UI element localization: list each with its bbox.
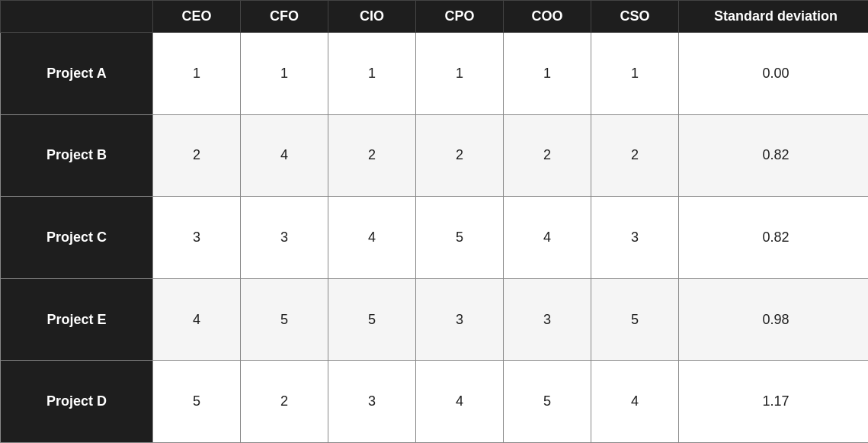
- cell-cpo: 3: [416, 278, 504, 361]
- cell-coo: 2: [504, 114, 591, 197]
- cell-cso: 5: [591, 278, 679, 361]
- row-label: Project D: [1, 361, 153, 443]
- cell-cso: 1: [591, 33, 679, 115]
- table-wrapper: CEO CFO CIO CPO COO CSO Standard deviati…: [0, 0, 868, 443]
- header-cio: CIO: [328, 1, 416, 33]
- cell-coo: 5: [504, 361, 591, 443]
- data-table: CEO CFO CIO CPO COO CSO Standard deviati…: [0, 0, 868, 443]
- cell-cso: 2: [591, 114, 679, 197]
- table-row: Project A1111110.00: [1, 33, 869, 115]
- cell-ceo: 2: [153, 114, 241, 197]
- row-label: Project A: [1, 33, 153, 115]
- cell-cpo: 4: [416, 361, 504, 443]
- cell-cio: 3: [328, 361, 416, 443]
- cell-ceo: 1: [153, 33, 241, 115]
- cell-cio: 4: [328, 197, 416, 279]
- header-cpo: CPO: [416, 1, 504, 33]
- cell-cpo: 1: [416, 33, 504, 115]
- cell-cfo: 3: [241, 197, 328, 279]
- row-label: Project E: [1, 278, 153, 361]
- cell-ceo: 3: [153, 197, 241, 279]
- cell-cio: 2: [328, 114, 416, 197]
- cell-stddev: 0.98: [679, 278, 869, 361]
- cell-cfo: 2: [241, 361, 328, 443]
- cell-coo: 1: [504, 33, 591, 115]
- header-cso: CSO: [591, 1, 679, 33]
- row-label: Project B: [1, 114, 153, 197]
- cell-coo: 3: [504, 278, 591, 361]
- cell-cso: 3: [591, 197, 679, 279]
- cell-stddev: 0.82: [679, 197, 869, 279]
- header-coo: COO: [504, 1, 591, 33]
- table-row: Project E4553350.98: [1, 278, 869, 361]
- table-row: Project B2422220.82: [1, 114, 869, 197]
- cell-ceo: 4: [153, 278, 241, 361]
- row-label: Project C: [1, 197, 153, 279]
- cell-cfo: 1: [241, 33, 328, 115]
- table-row: Project C3345430.82: [1, 197, 869, 279]
- cell-cso: 4: [591, 361, 679, 443]
- cell-cpo: 2: [416, 114, 504, 197]
- cell-cfo: 4: [241, 114, 328, 197]
- table-row: Project D5234541.17: [1, 361, 869, 443]
- cell-cio: 5: [328, 278, 416, 361]
- cell-coo: 4: [504, 197, 591, 279]
- header-cfo: CFO: [241, 1, 328, 33]
- header-row: CEO CFO CIO CPO COO CSO Standard deviati…: [1, 1, 869, 33]
- cell-cfo: 5: [241, 278, 328, 361]
- cell-cpo: 5: [416, 197, 504, 279]
- cell-stddev: 1.17: [679, 361, 869, 443]
- cell-cio: 1: [328, 33, 416, 115]
- cell-ceo: 5: [153, 361, 241, 443]
- header-stddev: Standard deviation: [679, 1, 869, 33]
- header-empty: [1, 1, 153, 33]
- cell-stddev: 0.82: [679, 114, 869, 197]
- header-ceo: CEO: [153, 1, 241, 33]
- cell-stddev: 0.00: [679, 33, 869, 115]
